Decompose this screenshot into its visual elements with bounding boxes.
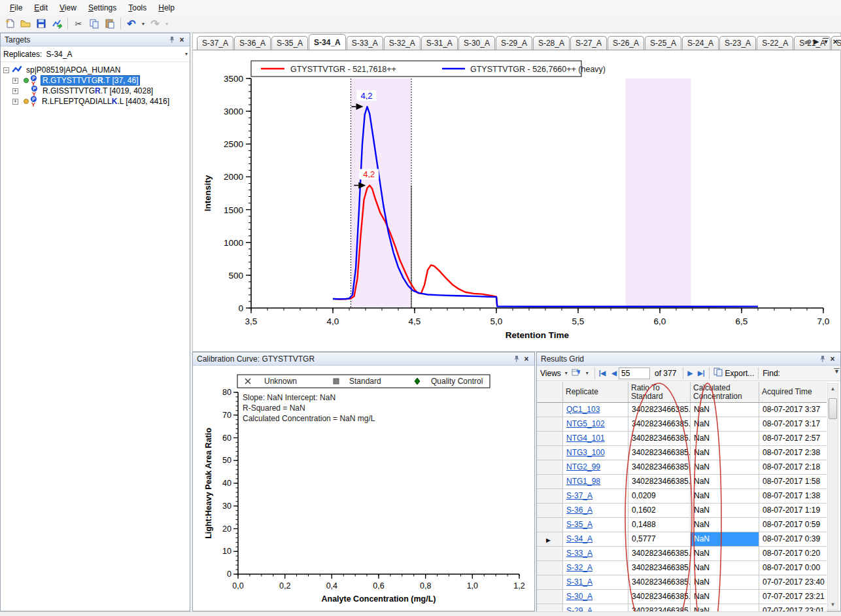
menu-file[interactable]: File	[4, 1, 28, 14]
table-row[interactable]: S-34_A 0,5777 NaN 08-07-2017 0:39	[537, 532, 827, 547]
row-header-cell[interactable]	[537, 604, 563, 611]
replicates-combo[interactable]: S-34_A ▾	[46, 48, 190, 61]
cut-icon[interactable]: ✂	[71, 16, 86, 31]
open-folder-icon[interactable]	[18, 16, 33, 31]
copy-icon[interactable]	[87, 16, 101, 31]
tab-scroll-left-icon[interactable]: ◀	[804, 37, 810, 46]
menu-edit[interactable]: Edit	[28, 1, 54, 14]
ratio-cell[interactable]: 3402823466385...	[628, 432, 691, 445]
acquired-time-cell[interactable]: 08-07-2017 3:37	[759, 403, 825, 417]
calculated-cell[interactable]: NaN	[691, 604, 759, 611]
save-icon[interactable]	[34, 16, 48, 31]
calculated-cell[interactable]: NaN	[691, 532, 759, 546]
acquired-time-cell[interactable]: 08-07-2017 0:20	[759, 547, 825, 560]
menu-tools[interactable]: Tools	[122, 1, 152, 14]
menu-settings[interactable]: Settings	[82, 1, 122, 14]
ratio-cell[interactable]: 3402823466385...	[628, 590, 691, 604]
acquired-time-cell[interactable]: 08-07-2017 1:38	[759, 489, 825, 503]
ratio-cell[interactable]: 3402823466385...	[628, 475, 691, 488]
ratio-cell[interactable]: 0,0209	[628, 489, 691, 503]
views-button[interactable]: Views	[540, 369, 561, 378]
expander-icon[interactable]: −	[3, 67, 9, 73]
row-header-cell[interactable]	[537, 432, 563, 445]
toolbar-overflow-icon[interactable]: ▼	[834, 368, 840, 375]
replicate-tab[interactable]: S-25_A	[645, 36, 681, 50]
ratio-cell[interactable]: 3402823466385...	[628, 575, 691, 589]
scroll-up-icon[interactable]: ▲	[828, 384, 838, 394]
tree-peptide-row[interactable]: + PY R.LFLEPTQADIALLK.L [4403, 4416]	[3, 96, 190, 107]
acquired-time-cell[interactable]: 08-07-2017 1:58	[759, 475, 825, 488]
acquired-time-cell[interactable]: 08-07-2017 1:19	[759, 504, 825, 517]
calculated-cell[interactable]: NaN	[691, 547, 759, 560]
table-row[interactable]: S-31_A 3402823466385... NaN 07-07-2017 2…	[537, 575, 827, 590]
table-row[interactable]: QC1_103 3402823466385... NaN 08-07-2017 …	[537, 403, 827, 417]
row-header-cell[interactable]	[537, 575, 563, 589]
new-document-icon[interactable]: ✳	[3, 16, 17, 31]
replicate-tab[interactable]: S-32_A	[384, 36, 420, 50]
replicate-cell[interactable]: S-30_A	[563, 590, 628, 604]
row-header-cell[interactable]	[537, 403, 563, 417]
acquired-time-cell[interactable]: 08-07-2017 2:18	[759, 460, 825, 474]
calculated-cell[interactable]: NaN	[691, 460, 759, 474]
row-header-cell[interactable]	[537, 417, 563, 431]
replicate-cell[interactable]: QC1_103	[563, 403, 628, 417]
replicate-cell[interactable]: S-31_A	[563, 575, 628, 589]
replicate-cell[interactable]: S-34_A	[563, 532, 628, 546]
replicate-tab[interactable]: S-29_A	[496, 36, 532, 50]
acquired-time-cell[interactable]: 08-07-2017 0:00	[759, 561, 825, 575]
ratio-cell[interactable]: 0,1488	[628, 518, 691, 532]
calculated-cell[interactable]: NaN	[691, 475, 759, 488]
replicate-cell[interactable]: S-37_A	[563, 489, 628, 503]
table-row[interactable]: NTG1_98 3402823466385... NaN 08-07-2017 …	[537, 475, 827, 489]
calculated-cell[interactable]: NaN	[691, 575, 759, 589]
replicate-cell[interactable]: S-36_A	[563, 504, 628, 517]
scrollbar-thumb[interactable]	[829, 398, 837, 419]
undo-dropdown-caret-icon[interactable]: ▾	[140, 21, 146, 27]
views-caret-icon[interactable]: ▾	[563, 370, 570, 376]
row-header-cell[interactable]	[537, 590, 563, 604]
replicate-tab[interactable]: S-28_A	[533, 36, 570, 50]
replicate-cell[interactable]: NTG1_98	[563, 475, 628, 488]
replicate-cell[interactable]: NTG4_101	[563, 432, 628, 445]
replicate-tab[interactable]: S-34_A	[309, 34, 346, 50]
menu-view[interactable]: View	[54, 1, 82, 14]
close-icon[interactable]: ×	[521, 354, 532, 364]
acquired-time-cell[interactable]: 07-07-2017 23:01	[759, 604, 825, 611]
expander-icon[interactable]: +	[12, 88, 18, 94]
tab-list-icon[interactable]: ▼	[823, 38, 829, 45]
calculated-cell[interactable]: NaN	[691, 504, 759, 517]
ratio-cell[interactable]: 3402823466385...	[628, 460, 691, 474]
chromatogram-chart[interactable]: 3,54,04,55,05,56,06,57,00500100015002000…	[193, 50, 841, 352]
row-header-cell[interactable]	[537, 475, 563, 488]
acquired-time-cell[interactable]: 08-07-2017 0:59	[759, 518, 825, 532]
grid-scrollbar[interactable]: ▲ ▼	[827, 383, 838, 610]
tree-protein-row[interactable]: − sp|P08519|APOA_HUMAN	[3, 65, 190, 75]
pin-icon[interactable]	[166, 35, 177, 44]
acquired-time-cell[interactable]: 08-07-2017 3:17	[759, 417, 825, 431]
calculated-cell[interactable]: NaN	[691, 417, 759, 431]
copy-grid-icon[interactable]	[713, 368, 723, 379]
replicate-tab[interactable]: S-23_A	[719, 36, 756, 50]
row-position-input[interactable]	[619, 368, 650, 379]
calculated-cell[interactable]: NaN	[691, 590, 759, 604]
replicate-tab[interactable]: S-24_A	[682, 36, 719, 50]
replicate-cell[interactable]: NTG3_100	[563, 446, 628, 460]
row-header-cell[interactable]	[537, 460, 563, 474]
tree-peptide-row[interactable]: + PY R.GTYSTTVTGR.T [37, 46]	[3, 75, 190, 86]
row-header-cell[interactable]	[537, 518, 563, 532]
replicate-tab[interactable]: S-33_A	[347, 36, 383, 50]
table-row[interactable]: NTG4_101 3402823466385... NaN 08-07-2017…	[537, 432, 827, 446]
replicate-cell[interactable]: S-33_A	[563, 547, 628, 560]
replicate-cell[interactable]: S-35_A	[563, 518, 628, 532]
replicate-cell[interactable]: NTG2_99	[563, 460, 628, 474]
col-header-acquired-time[interactable]: Acquired Time	[759, 382, 825, 402]
row-header-cell[interactable]	[537, 446, 563, 460]
replicate-tab[interactable]: S-31_A	[421, 36, 458, 50]
col-header-calculated[interactable]: Calculated Concentration	[691, 382, 759, 402]
table-row[interactable]: S-36_A 0,1602 NaN 08-07-2017 1:19	[537, 504, 827, 518]
table-row[interactable]: S-33_A 3402823466385... NaN 08-07-2017 0…	[537, 547, 827, 561]
tree-peptide-row[interactable]: + PY R.GISSTTVTGR.T [4019, 4028]	[3, 86, 190, 96]
replicate-tab[interactable]: S-37_A	[197, 36, 233, 50]
chevron-down-icon[interactable]: ▾	[183, 51, 190, 57]
table-row[interactable]: NTG2_99 3402823466385... NaN 08-07-2017 …	[537, 460, 827, 475]
